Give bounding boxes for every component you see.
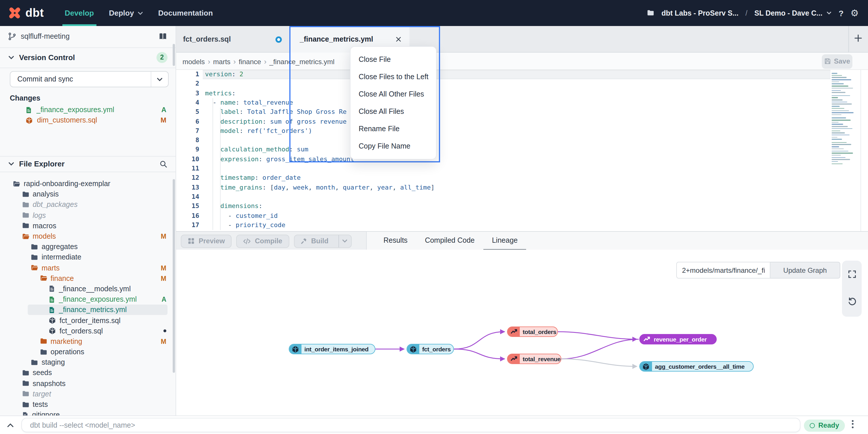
close-icon[interactable] <box>396 36 401 42</box>
dbt-logo[interactable]: dbt <box>8 0 44 26</box>
folder-icon <box>31 243 38 251</box>
lineage-node-total_orders[interactable]: total_orders <box>507 326 558 337</box>
build-button[interactable]: Build <box>294 234 351 248</box>
lineage-node-int_order_items_joined[interactable]: int_order_items_joined <box>289 344 375 354</box>
code-line[interactable]: 12 timestamp: order_date <box>176 174 868 183</box>
save-button[interactable]: Save <box>822 54 852 68</box>
context-menu-item[interactable]: Close All Other Files <box>350 86 436 103</box>
code-line[interactable]: 10 expression: gross_item_sales_amount <box>176 154 868 164</box>
tree-item-name: snapshots <box>33 379 166 387</box>
gear-icon[interactable]: ⚙ <box>850 8 859 18</box>
context-menu-item[interactable]: Copy File Name <box>350 138 436 155</box>
tree-item[interactable]: analysis <box>0 189 176 199</box>
code-line[interactable]: 1version: 2 <box>176 70 868 80</box>
commit-and-sync-button[interactable]: Commit and sync <box>10 71 168 87</box>
panel-tab-lineage[interactable]: Lineage <box>484 232 526 250</box>
code-line[interactable]: 11 <box>176 164 868 174</box>
tree-item[interactable]: macros <box>0 221 176 231</box>
code-editor[interactable]: 1version: 223metrics:4 - name: total_rev… <box>176 70 868 231</box>
lineage-node-total_revenue[interactable]: total_revenue <box>507 354 561 364</box>
tree-item[interactable]: staging <box>0 357 176 368</box>
breadcrumb-items: models›marts›finance›_finance_metrics.ym… <box>183 56 334 66</box>
tree-item[interactable]: fct_order_items.sql <box>0 315 176 326</box>
code-line[interactable]: 5 label: Total Jaffle Shop Gross Re <box>176 108 868 117</box>
tree-item[interactable]: martsM <box>0 263 176 273</box>
code-line[interactable]: 13 time_grains: [day, week, month, quart… <box>176 183 868 193</box>
dbt-command-input[interactable] <box>21 418 800 432</box>
code-line[interactable]: 3metrics: <box>176 89 868 98</box>
new-tab-plus-icon[interactable] <box>854 33 863 43</box>
tree-item[interactable]: intermediate <box>0 252 176 263</box>
kebab-menu-icon[interactable] <box>850 420 855 428</box>
lineage-node-fct_orders[interactable]: fct_orders <box>407 344 454 354</box>
build-options-caret[interactable] <box>338 235 351 247</box>
changed-file[interactable]: dim_customers.sqlM <box>0 115 176 125</box>
tree-item[interactable]: _finance__models.yml <box>0 284 176 294</box>
code-line[interactable]: 7 model: ref('fct_orders') <box>176 126 868 136</box>
build-button-main[interactable]: Build <box>294 237 334 245</box>
tree-item[interactable]: target <box>0 389 176 399</box>
code-line[interactable]: 16 - customer_id <box>176 211 868 221</box>
lineage-node-revenue_per_order[interactable]: revenue_per_order <box>639 334 717 344</box>
help-icon[interactable]: ? <box>839 8 843 18</box>
preview-button[interactable]: Preview <box>181 234 232 248</box>
context-menu-item[interactable]: Rename File <box>350 120 436 138</box>
code-line[interactable]: 8 <box>176 136 868 145</box>
tree-item-name: _finance_exposures.yml <box>59 295 158 303</box>
explorer-scrollbar[interactable] <box>173 179 175 373</box>
compile-button[interactable]: Compile <box>237 234 289 248</box>
project-selector[interactable]: SL Demo - Dave C... <box>754 9 832 17</box>
tree-item[interactable]: seeds <box>0 368 176 378</box>
panel-tab-compiled-code[interactable]: Compiled Code <box>416 232 483 250</box>
minimap-line <box>832 130 840 131</box>
tree-item[interactable]: operations <box>0 347 176 357</box>
tree-item[interactable]: tests <box>0 399 176 410</box>
tab-fct-orders[interactable]: fct_orders.sql <box>176 26 289 53</box>
code-line[interactable]: 2 <box>176 80 868 89</box>
account-name[interactable]: dbt Labs - ProServ S... <box>661 9 739 17</box>
minimap[interactable] <box>832 73 859 166</box>
tree-item[interactable]: logs <box>0 210 176 221</box>
tree-item[interactable]: gitignore <box>0 410 176 415</box>
status-label: Ready <box>818 421 839 429</box>
code-line[interactable]: 17 - priority_code <box>176 221 868 230</box>
nav-item-documentation[interactable]: Documentation <box>158 0 213 26</box>
context-menu-item[interactable]: Close Files to the Left <box>350 68 436 86</box>
code-line[interactable]: 6 description: sum of gross revenue <box>176 117 868 126</box>
chevron-up-icon[interactable] <box>6 421 14 429</box>
tree-item[interactable]: modelsM <box>0 231 176 241</box>
nav-item-develop[interactable]: Develop <box>65 0 94 26</box>
context-menu-item[interactable]: Close All Files <box>350 103 436 120</box>
tree-item[interactable]: fct_orders.sql <box>0 326 176 336</box>
tree-item[interactable]: _finance_metrics.yml <box>0 305 176 315</box>
minimap-line <box>832 146 839 147</box>
file-explorer-header[interactable]: File Explorer <box>0 156 176 172</box>
button-label: Compile <box>255 237 282 245</box>
tree-item[interactable]: aggregates <box>0 241 176 252</box>
git-branch-row[interactable]: sqlfluff-meeting <box>0 26 176 47</box>
tree-item[interactable]: snapshots <box>0 378 176 388</box>
context-menu-item[interactable]: Close File <box>350 51 436 68</box>
tree-item[interactable]: marketingM <box>0 336 176 347</box>
tree-item[interactable]: dbt_packages <box>0 200 176 210</box>
changed-file[interactable]: _finance_exposures.ymlA <box>0 105 176 115</box>
tree-item[interactable]: _finance_exposures.ymlA <box>0 294 176 305</box>
minimap-line <box>832 73 837 74</box>
tree-item[interactable]: financeM <box>0 273 176 284</box>
code-line[interactable]: 4 - name: total_revenue <box>176 98 868 108</box>
code-line[interactable]: 14 <box>176 193 868 202</box>
sidebar-scrollbar[interactable] <box>173 44 175 66</box>
nav-item-deploy[interactable]: Deploy <box>109 0 143 26</box>
code-line[interactable]: 9 calculation_method: sum <box>176 145 868 155</box>
commit-options-caret[interactable] <box>151 72 168 87</box>
lineage-node-agg_customer_orders__all_time[interactable]: agg_customer_orders__all_time <box>639 361 754 372</box>
code-line[interactable]: 15 dimensions: <box>176 202 868 211</box>
panel-tab-results[interactable]: Results <box>375 232 416 250</box>
minimap-line <box>832 104 852 105</box>
tree-item[interactable]: rapid-onboarding-exemplar <box>0 179 176 189</box>
docs-book-icon[interactable] <box>158 33 167 41</box>
file-tree: rapid-onboarding-exemplaranalysisdbt_pac… <box>0 172 176 415</box>
changes-count-badge: 2 <box>156 52 167 63</box>
version-control-header[interactable]: Version Control 2 <box>0 47 176 68</box>
search-icon[interactable] <box>159 160 167 168</box>
